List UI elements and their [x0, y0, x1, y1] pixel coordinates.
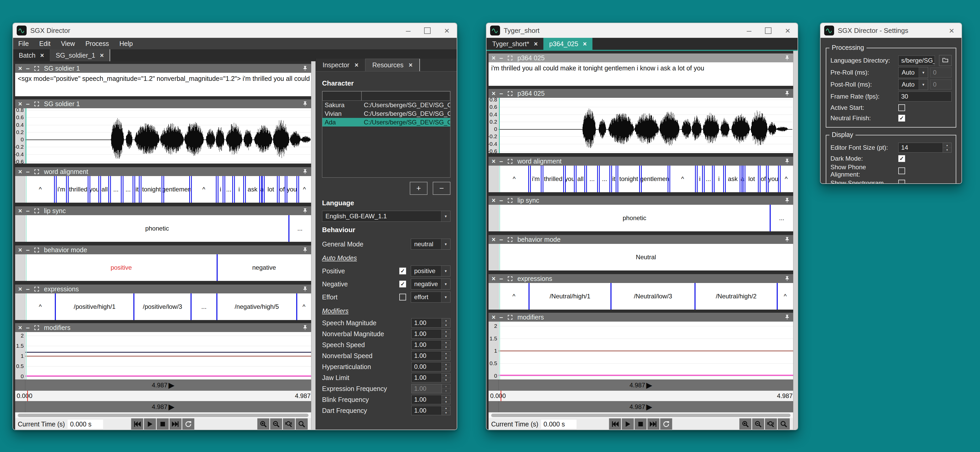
- segment[interactable]: i: [713, 166, 724, 192]
- panel-minimize-icon[interactable]: –: [500, 236, 503, 243]
- segment-boundary[interactable]: [223, 176, 223, 203]
- segment-boundary[interactable]: [780, 166, 781, 192]
- spin-down-icon[interactable]: ▼: [442, 345, 450, 349]
- modifier-curve[interactable]: [25, 356, 311, 357]
- playhead[interactable]: [499, 322, 500, 379]
- panel-close-icon[interactable]: ×: [18, 207, 22, 215]
- zoom-in-button[interactable]: [739, 418, 751, 430]
- waveform-plot[interactable]: [499, 98, 793, 153]
- segment-boundary[interactable]: [108, 176, 109, 203]
- jaw-limit-spinner[interactable]: 1.00▲▼: [411, 373, 450, 382]
- segment[interactable]: gentlemen: [163, 176, 191, 203]
- pre-roll-mode-dropdown[interactable]: Auto ▼: [898, 67, 928, 78]
- pre-roll-value-field[interactable]: 0: [930, 68, 951, 78]
- vertical-scrollbar[interactable]: [311, 61, 315, 430]
- panel-minimize-icon[interactable]: –: [26, 246, 30, 254]
- segment-boundary[interactable]: [574, 166, 575, 192]
- segment[interactable]: ...: [770, 205, 793, 232]
- playhead[interactable]: [499, 98, 500, 153]
- segment-boundary[interactable]: [586, 166, 587, 192]
- segment-boundary[interactable]: [695, 166, 696, 192]
- speech-magnitude-spinner[interactable]: 1.00▲▼: [411, 318, 450, 328]
- show-spectrogram-checkbox[interactable]: [898, 180, 905, 184]
- segment-boundary[interactable]: [245, 176, 246, 203]
- segment-boundary[interactable]: [670, 166, 670, 192]
- spin-down-icon[interactable]: ▼: [442, 323, 450, 328]
- neutral-finish-checkbox[interactable]: ✓: [898, 115, 905, 122]
- panel-minimize-icon[interactable]: –: [500, 54, 503, 62]
- panel-minimize-icon[interactable]: –: [500, 90, 503, 97]
- pin-icon[interactable]: [784, 90, 790, 96]
- segment[interactable]: ...: [598, 166, 611, 192]
- negative-checkbox[interactable]: ✓: [399, 281, 406, 287]
- modifiers-plot[interactable]: [25, 332, 311, 379]
- dart-frequency-spinner[interactable]: 1.00▲▼: [411, 406, 450, 415]
- pin-icon[interactable]: [302, 65, 308, 71]
- segment-boundary[interactable]: [243, 176, 244, 203]
- segment-boundary[interactable]: [714, 166, 714, 192]
- segment[interactable]: ^: [297, 293, 311, 320]
- pin-icon[interactable]: [784, 314, 790, 320]
- general-mode-dropdown[interactable]: neutral▼: [411, 239, 450, 250]
- hscrollbar[interactable]: [491, 414, 791, 417]
- column-header[interactable]: [361, 91, 450, 101]
- segment-boundary[interactable]: [565, 166, 566, 192]
- panel-close-icon[interactable]: ×: [492, 197, 496, 204]
- tab-close-icon[interactable]: ×: [40, 52, 44, 59]
- panel-minimize-icon[interactable]: –: [26, 65, 30, 72]
- editor-font-size-spinner[interactable]: 14 ▲▼: [898, 143, 951, 152]
- spin-up-icon[interactable]: ▲: [442, 330, 450, 334]
- spin-down-icon[interactable]: ▼: [442, 367, 450, 371]
- pin-icon[interactable]: [302, 286, 308, 292]
- panel-close-icon[interactable]: ×: [492, 314, 496, 321]
- segment[interactable]: you: [89, 176, 100, 203]
- close-button[interactable]: ×: [785, 26, 790, 35]
- segment-boundary[interactable]: [191, 176, 192, 203]
- spin-up-icon[interactable]: ▲: [442, 351, 450, 356]
- segment[interactable]: ^: [298, 176, 311, 203]
- zoom-out-button[interactable]: [270, 418, 282, 430]
- segment[interactable]: /Neutral/high/2: [695, 283, 777, 309]
- close-button[interactable]: ×: [444, 26, 449, 35]
- panel-close-icon[interactable]: ×: [18, 65, 22, 72]
- modifier-curve[interactable]: [25, 352, 311, 353]
- spin-up-icon[interactable]: ▲: [442, 340, 450, 345]
- segment[interactable]: tonight: [140, 176, 163, 203]
- panel-expand-icon[interactable]: [33, 65, 40, 71]
- segment[interactable]: ^: [499, 166, 530, 192]
- segment[interactable]: lot: [744, 166, 759, 192]
- segment-boundary[interactable]: [563, 166, 564, 192]
- segment-boundary[interactable]: [264, 176, 265, 203]
- playhead[interactable]: [26, 176, 27, 203]
- segment[interactable]: you: [767, 166, 779, 192]
- segment-boundary[interactable]: [189, 176, 190, 203]
- zoom-in-button[interactable]: [257, 418, 269, 430]
- segment-boundary[interactable]: [741, 166, 742, 192]
- panel-minimize-icon[interactable]: –: [500, 157, 503, 165]
- loop-button[interactable]: [183, 418, 194, 430]
- nonverbal-speed-spinner[interactable]: 1.00▲▼: [411, 351, 450, 360]
- segment-boundary[interactable]: [584, 166, 585, 192]
- segment[interactable]: ...: [122, 176, 134, 203]
- segment-boundary[interactable]: [694, 283, 695, 309]
- effort-dropdown[interactable]: effort▼: [411, 292, 450, 303]
- pin-icon[interactable]: [302, 169, 308, 174]
- segment-boundary[interactable]: [132, 176, 134, 203]
- hscrollbar[interactable]: [18, 414, 309, 417]
- character-row[interactable]: VivianC:/Users/berge/SG_DEV/SG_Characte.…: [322, 109, 450, 118]
- timeline-ruler[interactable]: 0.0004.987: [488, 391, 793, 401]
- zoom-fit-button[interactable]: [765, 418, 777, 430]
- stop-button[interactable]: [157, 418, 169, 430]
- segment-boundary[interactable]: [68, 176, 68, 203]
- tab-close-icon[interactable]: ×: [534, 40, 538, 48]
- playhead[interactable]: [26, 254, 27, 281]
- segment[interactable]: ...: [110, 176, 122, 203]
- segment-boundary[interactable]: [123, 176, 123, 203]
- segment[interactable]: ...: [289, 215, 311, 242]
- playhead[interactable]: [26, 293, 27, 320]
- segment[interactable]: i'm: [55, 176, 67, 203]
- segment-boundary[interactable]: [288, 215, 290, 242]
- spin-down-icon[interactable]: ▼: [442, 334, 450, 339]
- segment[interactable]: /Neutral/high/1: [529, 283, 611, 309]
- menu-item-process[interactable]: Process: [80, 40, 114, 48]
